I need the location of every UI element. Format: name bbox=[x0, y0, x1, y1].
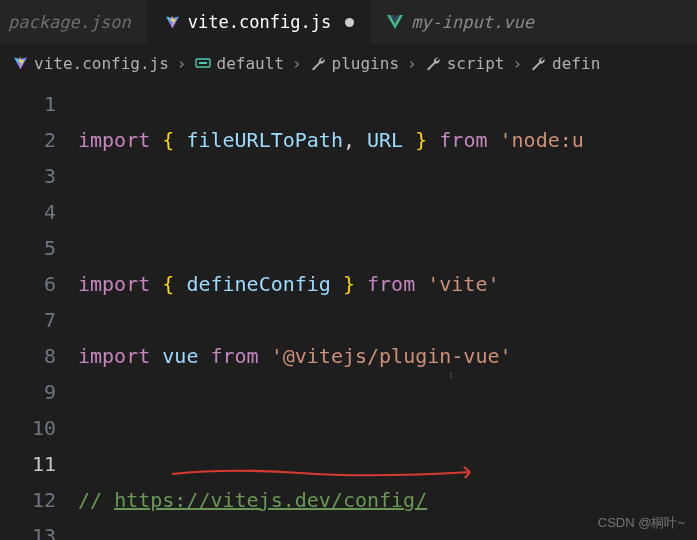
tab-bar: package.json vite.config.js my-input.vue bbox=[0, 0, 697, 44]
breadcrumb-script[interactable]: script bbox=[425, 54, 505, 73]
vite-icon bbox=[164, 14, 180, 30]
chevron-right-icon: › bbox=[177, 54, 187, 73]
svg-rect-1 bbox=[199, 62, 207, 64]
wrench-icon bbox=[310, 55, 326, 71]
breadcrumb-definemodel[interactable]: defin bbox=[530, 54, 600, 73]
code-editor[interactable]: 1 2 3 4 5 6 7 8 9 10 11 12 13 import { f… bbox=[0, 82, 697, 540]
module-icon bbox=[195, 55, 211, 71]
line-number-gutter: 1 2 3 4 5 6 7 8 9 10 11 12 13 bbox=[0, 86, 78, 540]
text-cursor-icon bbox=[450, 364, 452, 386]
vue-icon bbox=[387, 14, 403, 30]
red-underline-annotation bbox=[170, 464, 478, 482]
tab-label: my-input.vue bbox=[411, 12, 534, 32]
breadcrumb: vite.config.js › default › plugins › scr… bbox=[0, 44, 697, 82]
breadcrumb-default[interactable]: default bbox=[195, 54, 284, 73]
dirty-indicator-icon bbox=[345, 18, 354, 27]
tab-label: package.json bbox=[8, 12, 131, 32]
tab-package-json[interactable]: package.json bbox=[0, 0, 148, 44]
tab-my-input-vue[interactable]: my-input.vue bbox=[371, 0, 551, 44]
breadcrumb-file[interactable]: vite.config.js bbox=[12, 54, 169, 73]
watermark: CSDN @桐叶~ bbox=[598, 514, 685, 532]
tab-label: vite.config.js bbox=[188, 12, 331, 32]
tab-vite-config[interactable]: vite.config.js bbox=[148, 0, 371, 44]
wrench-icon bbox=[530, 55, 546, 71]
wrench-icon bbox=[425, 55, 441, 71]
chevron-right-icon: › bbox=[292, 54, 302, 73]
code-content[interactable]: import { fileURLToPath, URL } from 'node… bbox=[78, 86, 697, 540]
breadcrumb-plugins[interactable]: plugins bbox=[310, 54, 399, 73]
vite-icon bbox=[12, 55, 28, 71]
chevron-right-icon: › bbox=[407, 54, 417, 73]
chevron-right-icon: › bbox=[512, 54, 522, 73]
